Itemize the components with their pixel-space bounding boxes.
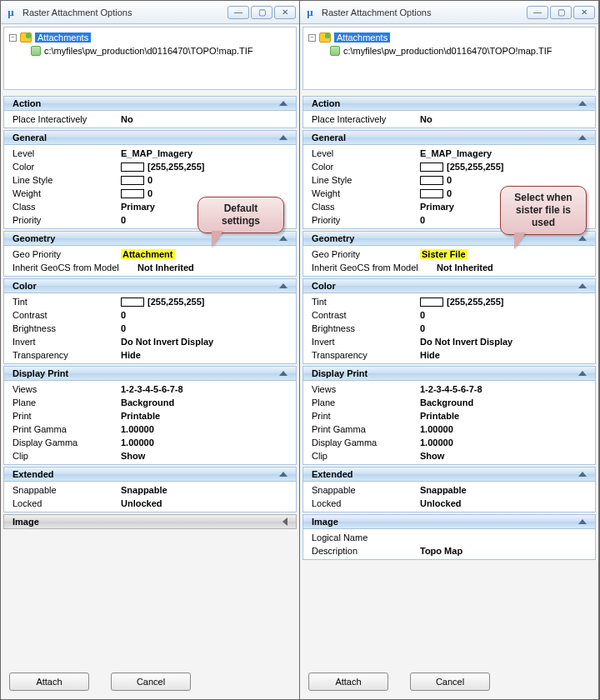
- chevron-up-icon: [279, 371, 288, 376]
- section-title: Display Print: [312, 368, 368, 378]
- titlebar[interactable]: μ Raster Attachment Options — ▢ ✕: [1, 1, 299, 24]
- row-snappable[interactable]: SnappableSnappable: [8, 483, 292, 497]
- section-title: Extended: [312, 469, 353, 479]
- section-action-head[interactable]: Action: [302, 96, 596, 111]
- options-body: Action Place Interactively No General Le…: [1, 92, 299, 668]
- row-level[interactable]: LevelE_MAP_Imagery: [307, 147, 592, 160]
- chevron-up-icon: [279, 283, 288, 288]
- section-extended-body: SnappableSnappable LockedUnlocked: [302, 482, 596, 512]
- row-geo-priority[interactable]: Geo PrioritySister File: [307, 248, 592, 261]
- section-extended-body: SnappableSnappable LockedUnlocked: [3, 482, 297, 512]
- row-brightness[interactable]: Brightness0: [8, 322, 292, 335]
- row-plane[interactable]: PlaneBackground: [307, 396, 592, 409]
- cancel-button[interactable]: Cancel: [111, 672, 191, 691]
- maximize-button[interactable]: ▢: [550, 6, 572, 19]
- attachment-tree[interactable]: − Attachments c:\myfiles\pw_production\d…: [302, 27, 596, 90]
- row-transparency[interactable]: TransparencyHide: [8, 348, 292, 362]
- row-invert[interactable]: InvertDo Not Invert Display: [8, 335, 292, 348]
- section-displayprint-head[interactable]: Display Print: [302, 366, 596, 381]
- tree-root-label[interactable]: Attachments: [334, 32, 390, 42]
- collapse-icon[interactable]: −: [308, 34, 316, 42]
- section-action-body: Place Interactively No: [3, 111, 297, 128]
- row-display-gamma[interactable]: Display Gamma1.00000: [8, 436, 292, 449]
- section-general-head[interactable]: General: [3, 130, 297, 145]
- section-title: Geometry: [12, 233, 55, 243]
- section-displayprint-head[interactable]: Display Print: [3, 366, 297, 381]
- row-transparency[interactable]: TransparencyHide: [307, 348, 592, 362]
- attach-button[interactable]: Attach: [9, 672, 89, 691]
- section-action-head[interactable]: Action: [3, 96, 297, 111]
- attachment-tree[interactable]: − Attachments c:\myfiles\pw_production\d…: [3, 27, 297, 90]
- section-color-head[interactable]: Color: [302, 278, 596, 293]
- section-image-head[interactable]: Image: [302, 514, 596, 529]
- row-linestyle[interactable]: Line Style0: [307, 173, 592, 187]
- maximize-button[interactable]: ▢: [251, 6, 272, 19]
- row-contrast[interactable]: Contrast0: [307, 308, 592, 322]
- close-button[interactable]: ✕: [274, 6, 296, 19]
- tree-root[interactable]: − Attachments: [308, 31, 590, 44]
- attach-button[interactable]: Attach: [308, 672, 388, 691]
- section-image-head[interactable]: Image: [3, 514, 297, 529]
- app-icon: μ: [4, 6, 18, 19]
- collapse-icon[interactable]: −: [9, 34, 17, 42]
- row-geo-priority[interactable]: Geo PriorityAttachment: [8, 248, 292, 261]
- chevron-up-icon: [578, 283, 587, 288]
- section-title: Geometry: [312, 233, 354, 243]
- tree-item[interactable]: c:\myfiles\pw_production\d0116470\TOPO!m…: [330, 44, 590, 58]
- section-action-body: Place Interactively No: [302, 111, 596, 128]
- row-logical-name[interactable]: Logical Name: [307, 531, 592, 544]
- row-views[interactable]: Views1-2-3-4-5-6-7-8: [8, 382, 292, 396]
- section-extended-head[interactable]: Extended: [302, 467, 596, 482]
- row-locked[interactable]: LockedUnlocked: [307, 497, 592, 510]
- section-general-head[interactable]: General: [302, 130, 596, 145]
- tree-root-label[interactable]: Attachments: [35, 32, 91, 42]
- close-button[interactable]: ✕: [573, 6, 595, 19]
- row-print[interactable]: PrintPrintable: [307, 409, 592, 422]
- row-snappable[interactable]: SnappableSnappable: [307, 483, 592, 497]
- chevron-up-icon: [578, 472, 587, 477]
- row-tint[interactable]: Tint[255,255,255]: [8, 295, 292, 308]
- row-level[interactable]: LevelE_MAP_Imagery: [8, 147, 292, 160]
- chevron-up-icon: [578, 135, 587, 140]
- label: Place Interactively: [12, 114, 121, 124]
- row-invert[interactable]: InvertDo Not Invert Display: [307, 335, 592, 348]
- row-tint[interactable]: Tint[255,255,255]: [307, 295, 592, 308]
- row-print-gamma[interactable]: Print Gamma1.00000: [307, 422, 592, 436]
- cancel-button[interactable]: Cancel: [410, 672, 490, 691]
- row-clip[interactable]: ClipShow: [8, 449, 292, 462]
- row-color[interactable]: Color[255,255,255]: [307, 160, 592, 173]
- color-swatch-icon: [420, 162, 443, 172]
- row-plane[interactable]: PlaneBackground: [8, 396, 292, 409]
- section-title: Display Print: [12, 368, 68, 378]
- row-clip[interactable]: ClipShow: [307, 449, 592, 462]
- minimize-button[interactable]: —: [527, 6, 548, 19]
- row-linestyle[interactable]: Line Style0: [8, 173, 292, 187]
- row-locked[interactable]: LockedUnlocked: [8, 497, 292, 510]
- tree-root[interactable]: − Attachments: [9, 31, 291, 44]
- row-display-gamma[interactable]: Display Gamma1.00000: [307, 436, 592, 449]
- options-body: Action Place Interactively No General Le…: [300, 92, 598, 668]
- tree-item-path: c:\myfiles\pw_production\d0116470\TOPO!m…: [44, 46, 252, 56]
- value[interactable]: No: [121, 114, 288, 124]
- titlebar[interactable]: μ Raster Attachment Options — ▢ ✕: [300, 1, 598, 24]
- row-contrast[interactable]: Contrast0: [8, 308, 292, 322]
- row-print[interactable]: PrintPrintable: [8, 409, 292, 422]
- section-color-head[interactable]: Color: [3, 278, 297, 293]
- folder-icon: [319, 32, 331, 42]
- row-inherit-geocs[interactable]: Inherit GeoCS from ModelNot Inherited: [307, 261, 592, 274]
- section-color-body: Tint[255,255,255] Contrast0 Brightness0 …: [3, 293, 297, 364]
- row-views[interactable]: Views1-2-3-4-5-6-7-8: [307, 382, 592, 396]
- row-place-interactively[interactable]: Place Interactively No: [8, 112, 292, 126]
- chevron-up-icon: [279, 135, 288, 140]
- panel-right: μ Raster Attachment Options — ▢ ✕ − Atta…: [300, 1, 599, 699]
- section-title: Color: [12, 281, 37, 291]
- row-color[interactable]: Color[255,255,255]: [8, 160, 292, 173]
- row-place-interactively[interactable]: Place Interactively No: [307, 112, 592, 126]
- row-inherit-geocs[interactable]: Inherit GeoCS from ModelNot Inherited: [8, 261, 292, 274]
- tree-item[interactable]: c:\myfiles\pw_production\d0116470\TOPO!m…: [31, 44, 291, 58]
- row-print-gamma[interactable]: Print Gamma1.00000: [8, 422, 292, 436]
- row-description[interactable]: DescriptionTopo Map: [307, 544, 592, 558]
- row-brightness[interactable]: Brightness0: [307, 322, 592, 335]
- minimize-button[interactable]: —: [228, 6, 249, 19]
- section-extended-head[interactable]: Extended: [3, 467, 297, 482]
